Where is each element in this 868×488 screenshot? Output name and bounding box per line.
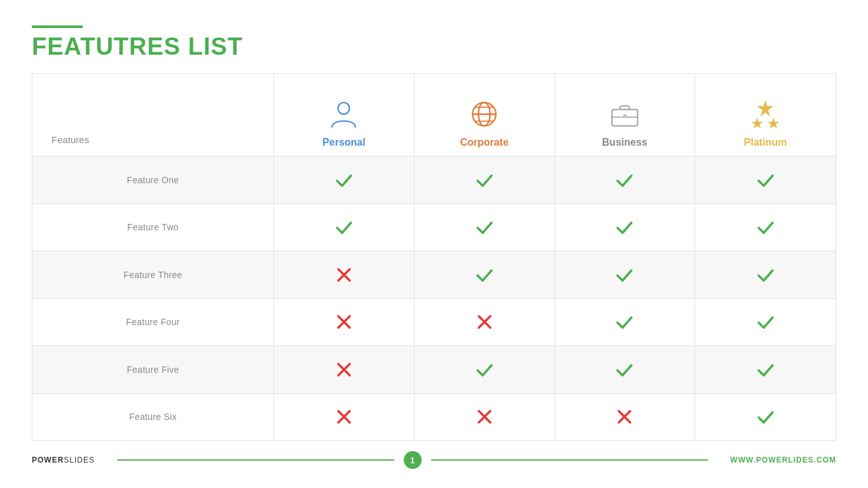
check-icon (615, 265, 634, 284)
table-row: Feature Six (32, 394, 836, 441)
svg-point-0 (338, 102, 350, 114)
page-title: FEATUTRES LIST (32, 33, 836, 60)
col-header-business: Business (555, 74, 696, 156)
row-label: Feature Five (32, 346, 274, 393)
business-label: Business (602, 137, 647, 148)
footer-brand-bold: POWER (32, 456, 64, 464)
row-2-personal (274, 204, 415, 251)
cross-icon (334, 360, 354, 379)
row-1-corporate (415, 157, 555, 204)
row-label: Feature Two (32, 204, 274, 251)
table-row: Feature Four (32, 299, 836, 347)
row-4-business (555, 299, 696, 346)
data-rows: Feature One Feature Two (32, 157, 836, 440)
cross-icon (475, 407, 494, 426)
table-row: Feature Five (32, 346, 836, 394)
check-icon (615, 171, 634, 190)
row-1-business (555, 157, 696, 204)
corporate-label: Corporate (460, 137, 508, 148)
check-icon (615, 218, 634, 237)
accent-line (32, 25, 83, 28)
row-4-platinum (695, 299, 836, 346)
personal-label: Personal (322, 137, 366, 148)
page-wrapper: FEATUTRES LIST Features Personal (0, 0, 868, 488)
table-row: Feature Two (32, 204, 836, 252)
row-6-corporate (415, 394, 555, 441)
briefcase-icon (607, 97, 642, 132)
footer-center: 1 (107, 451, 717, 469)
row-label: Feature Four (32, 299, 274, 346)
title-green: LIST (188, 33, 243, 60)
row-6-business (555, 394, 696, 441)
row-3-corporate (415, 251, 555, 298)
row-2-platinum (695, 204, 836, 251)
check-icon (756, 312, 775, 331)
svg-marker-10 (752, 118, 763, 129)
svg-marker-9 (757, 100, 774, 117)
row-2-corporate (415, 204, 555, 251)
row-6-personal (274, 394, 415, 441)
row-5-platinum (695, 346, 836, 393)
check-icon (756, 265, 775, 284)
row-label: Feature Three (32, 251, 274, 298)
row-1-platinum (695, 157, 836, 204)
row-label: Feature One (32, 157, 274, 204)
footer-brand: POWERSLIDES (32, 456, 95, 464)
footer-website: WWW.POWERLIDES.COM (730, 456, 836, 464)
row-1-personal (274, 157, 415, 204)
header: FEATUTRES LIST (32, 25, 836, 60)
row-5-personal (274, 346, 415, 393)
features-column-label: Features (52, 134, 89, 145)
footer-line-left (117, 459, 394, 461)
col-header-features: Features (32, 74, 274, 156)
footer: POWERSLIDES 1 WWW.POWERLIDES.COM (32, 445, 836, 469)
title-black: FEATUTRES (32, 33, 181, 60)
check-icon (475, 265, 494, 284)
cross-icon (334, 265, 354, 284)
check-icon (334, 218, 354, 237)
stars-icon (748, 97, 783, 132)
person-icon (326, 97, 361, 132)
check-icon (615, 360, 634, 379)
col-header-personal: Personal (274, 74, 415, 156)
row-6-platinum (695, 394, 836, 441)
col-header-platinum: Platinum (695, 74, 836, 156)
check-icon (475, 171, 494, 190)
cross-icon (475, 312, 494, 331)
cross-icon (615, 407, 634, 426)
cross-icon (334, 407, 354, 426)
row-3-personal (274, 251, 415, 298)
col-header-corporate: Corporate (415, 74, 555, 156)
page-number: 1 (404, 451, 422, 469)
row-3-platinum (695, 251, 836, 298)
svg-marker-11 (768, 118, 779, 129)
check-icon (615, 312, 634, 331)
row-4-personal (274, 299, 415, 346)
table-row: Feature Three (32, 251, 836, 299)
row-4-corporate (415, 299, 555, 346)
footer-line-right (431, 459, 708, 461)
row-label: Feature Six (32, 394, 274, 441)
platinum-label: Platinum (744, 137, 787, 148)
check-icon (475, 360, 494, 379)
column-headers: Features Personal (32, 74, 836, 157)
check-icon (756, 407, 775, 426)
cross-icon (334, 312, 354, 331)
table-row: Feature One (32, 157, 836, 204)
globe-icon (467, 97, 502, 132)
check-icon (756, 171, 775, 190)
check-icon (334, 171, 354, 190)
features-table: Features Personal (32, 73, 836, 441)
footer-brand-normal: SLIDES (64, 456, 95, 464)
check-icon (475, 218, 494, 237)
row-5-business (555, 346, 696, 393)
row-2-business (555, 204, 696, 251)
row-5-corporate (415, 346, 555, 393)
check-icon (756, 360, 775, 379)
row-3-business (555, 251, 696, 298)
check-icon (756, 218, 775, 237)
